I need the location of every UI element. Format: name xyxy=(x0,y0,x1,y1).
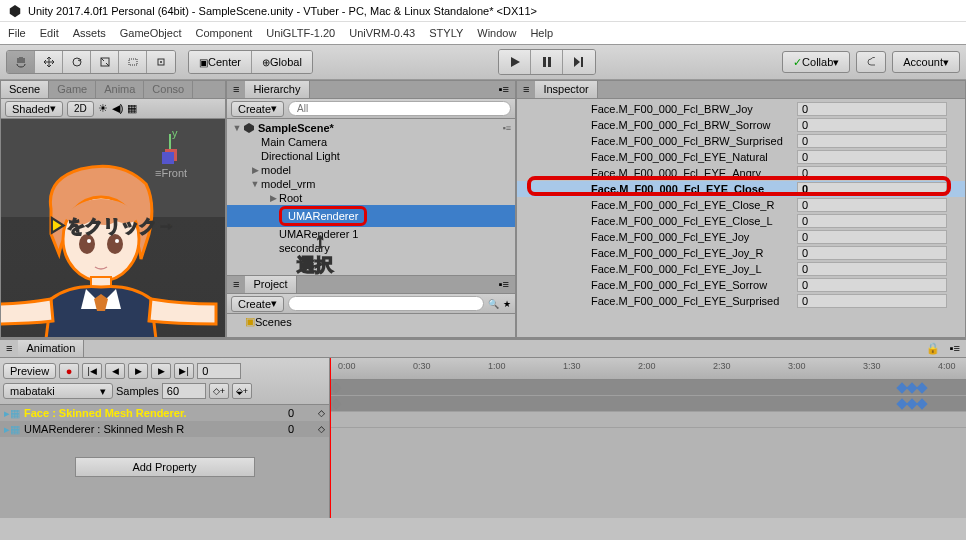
menu-component[interactable]: Component xyxy=(195,27,252,39)
hierarchy-item[interactable]: ▶model xyxy=(227,163,515,177)
hand-icon xyxy=(15,56,27,68)
add-event-button[interactable]: ⬙+ xyxy=(232,383,252,399)
scale-tool-button[interactable] xyxy=(91,51,119,73)
hierarchy-item[interactable]: UMARenderer 1 xyxy=(227,227,515,241)
cloud-button[interactable] xyxy=(856,51,886,73)
favorite-icon[interactable]: ★ xyxy=(503,299,511,309)
panel-menu-icon[interactable]: ▪≡ xyxy=(944,340,966,357)
hierarchy-item[interactable]: UMARenderer xyxy=(227,205,515,227)
shaded-dropdown[interactable]: Shaded ▾ xyxy=(5,101,63,117)
audio-icon[interactable]: ◀) xyxy=(112,102,124,115)
tab-project[interactable]: Project xyxy=(245,276,296,293)
panel-lock-icon[interactable]: 🔒 xyxy=(922,340,944,357)
filter-icon[interactable]: 🔍 xyxy=(488,299,499,309)
project-folder-scenes[interactable]: ▣ Scenes xyxy=(227,314,515,329)
rotate-tool-button[interactable] xyxy=(63,51,91,73)
move-tool-button[interactable] xyxy=(35,51,63,73)
panel-menu-icon[interactable]: ▪≡ xyxy=(493,81,515,98)
hierarchy-item[interactable]: ▼model_vrm xyxy=(227,177,515,191)
samples-input[interactable] xyxy=(162,383,206,399)
prev-frame-button[interactable]: ◀ xyxy=(105,363,125,379)
animation-timeline[interactable]: 0:000:301:001:302:002:303:003:304:00 xyxy=(330,358,966,518)
tab-animation[interactable]: Animation xyxy=(18,340,84,357)
hierarchy-search-input[interactable] xyxy=(288,101,511,116)
timeline-ruler[interactable]: 0:000:301:001:302:002:303:003:304:00 xyxy=(330,358,966,380)
rect-icon xyxy=(127,56,139,68)
animation-track[interactable]: ▸▦UMARenderer : Skinned Mesh R0◇ xyxy=(0,421,329,437)
blendshape-row[interactable]: Face.M_F00_000_Fcl_EYE_Close_R0 xyxy=(517,197,965,213)
collab-button[interactable]: ✓ Collab ▾ xyxy=(782,51,850,73)
account-button[interactable]: Account ▾ xyxy=(892,51,960,73)
hierarchy-tree: ▼ SampleScene* ▪≡ Main CameraDirectional… xyxy=(227,119,515,269)
fx-icon[interactable]: ▦ xyxy=(127,102,137,115)
record-button[interactable]: ● xyxy=(59,363,79,379)
last-frame-button[interactable]: ▶| xyxy=(174,363,194,379)
hierarchy-item[interactable]: secondary xyxy=(227,241,515,255)
scene-root[interactable]: ▼ SampleScene* ▪≡ xyxy=(227,121,515,135)
transform-tool-button[interactable] xyxy=(147,51,175,73)
blendshape-row[interactable]: Face.M_F00_000_Fcl_BRW_Surprised0 xyxy=(517,133,965,149)
hierarchy-item[interactable]: Main Camera xyxy=(227,135,515,149)
menu-univrm[interactable]: UniVRM-0.43 xyxy=(349,27,415,39)
hand-tool-button[interactable] xyxy=(7,51,35,73)
panel-menu-icon[interactable]: ▪≡ xyxy=(493,276,515,293)
tab-hierarchy[interactable]: Hierarchy xyxy=(245,81,309,98)
hierarchy-item[interactable]: ▶Root xyxy=(227,191,515,205)
clip-dropdown[interactable]: mabataki ▾ xyxy=(3,383,113,399)
blendshape-row[interactable]: Face.M_F00_000_Fcl_EYE_Surprised0 xyxy=(517,293,965,309)
animation-tracks: ▸▦Face : Skinned Mesh Renderer.0◇▸▦UMARe… xyxy=(0,405,329,518)
play-button[interactable] xyxy=(499,50,531,74)
animation-controls-panel: Preview ● |◀ ◀ ▶ ▶ ▶| mabataki ▾ Samples… xyxy=(0,358,330,518)
blendshape-row[interactable]: Face.M_F00_000_Fcl_BRW_Joy0 xyxy=(517,101,965,117)
hierarchy-item[interactable]: Directional Light xyxy=(227,149,515,163)
step-button[interactable] xyxy=(563,50,595,74)
timeline-body[interactable] xyxy=(330,380,966,518)
tab-conso[interactable]: Conso xyxy=(144,81,193,98)
blendshape-row[interactable]: Face.M_F00_000_Fcl_EYE_Natural0 xyxy=(517,149,965,165)
center-button[interactable]: ▣ Center xyxy=(189,51,252,73)
scene-viewport[interactable]: y ≡Front xyxy=(1,119,225,337)
blendshape-row[interactable]: Face.M_F00_000_Fcl_EYE_Joy_R0 xyxy=(517,245,965,261)
blendshape-row[interactable]: Face.M_F00_000_Fcl_EYE_Joy_L0 xyxy=(517,261,965,277)
rect-tool-button[interactable] xyxy=(119,51,147,73)
tab-game[interactable]: Game xyxy=(49,81,96,98)
menu-assets[interactable]: Assets xyxy=(73,27,106,39)
add-property-button[interactable]: Add Property xyxy=(75,457,255,477)
hierarchy-create-button[interactable]: Create ▾ xyxy=(231,101,284,117)
preview-button[interactable]: Preview xyxy=(3,363,56,379)
animation-panel: ≡ Animation 🔒 ▪≡ Preview ● |◀ ◀ ▶ ▶ ▶| m… xyxy=(0,338,966,538)
animation-track[interactable]: ▸▦Face : Skinned Mesh Renderer.0◇ xyxy=(0,405,329,421)
menu-edit[interactable]: Edit xyxy=(40,27,59,39)
add-keyframe-button[interactable]: ◇+ xyxy=(209,383,229,399)
global-button[interactable]: ⊕ Global xyxy=(252,51,312,73)
menu-help[interactable]: Help xyxy=(530,27,553,39)
menu-unigltf[interactable]: UniGLTF-1.20 xyxy=(266,27,335,39)
blendshape-row[interactable]: Face.M_F00_000_Fcl_EYE_Sorrow0 xyxy=(517,277,965,293)
first-frame-button[interactable]: |◀ xyxy=(82,363,102,379)
rotate-icon xyxy=(71,56,83,68)
menu-styly[interactable]: STYLY xyxy=(429,27,463,39)
next-frame-button[interactable]: ▶ xyxy=(151,363,171,379)
pivot-tools: ▣ Center ⊕ Global xyxy=(188,50,313,74)
svg-rect-3 xyxy=(129,59,137,65)
frame-input[interactable] xyxy=(197,363,241,379)
project-create-button[interactable]: Create ▾ xyxy=(231,296,284,312)
pause-button[interactable] xyxy=(531,50,563,74)
tab-anima[interactable]: Anima xyxy=(96,81,144,98)
blendshape-row[interactable]: Face.M_F00_000_Fcl_BRW_Sorrow0 xyxy=(517,117,965,133)
highlight-box xyxy=(527,176,951,196)
light-icon[interactable]: ☀ xyxy=(98,102,108,115)
svg-marker-9 xyxy=(574,57,580,67)
menu-file[interactable]: File xyxy=(8,27,26,39)
tab-scene[interactable]: Scene xyxy=(1,81,49,98)
blendshape-row[interactable]: Face.M_F00_000_Fcl_EYE_Close_L0 xyxy=(517,213,965,229)
anim-play-button[interactable]: ▶ xyxy=(128,363,148,379)
blendshape-row[interactable]: Face.M_F00_000_Fcl_EYE_Joy0 xyxy=(517,229,965,245)
project-search-input[interactable] xyxy=(288,296,484,311)
2d-toggle[interactable]: 2D xyxy=(67,101,94,117)
menu-window[interactable]: Window xyxy=(477,27,516,39)
menu-gameobject[interactable]: GameObject xyxy=(120,27,182,39)
tab-inspector[interactable]: Inspector xyxy=(535,81,597,98)
svg-point-1 xyxy=(73,58,81,66)
pause-icon xyxy=(541,56,553,68)
